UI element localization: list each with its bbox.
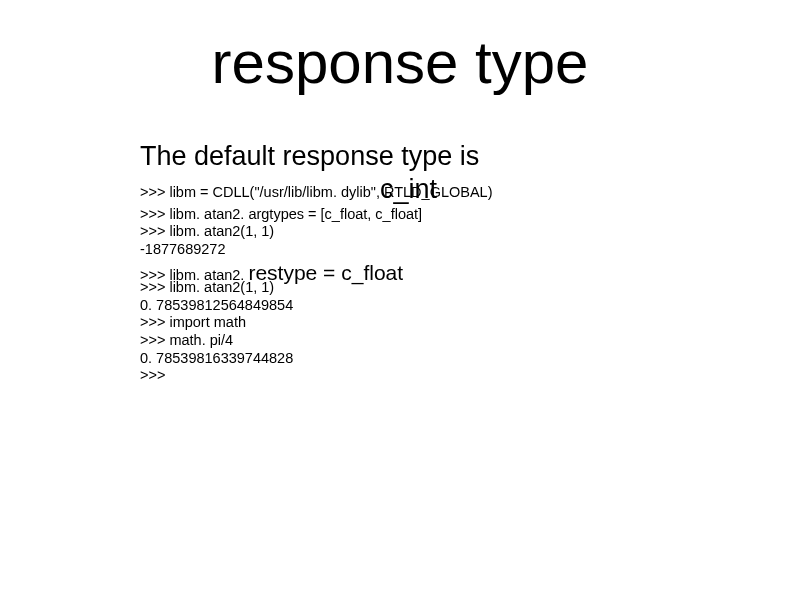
code-block-2: >>> libm. atan2(1, 1) 0. 785398125648498… (140, 279, 700, 385)
slide-title: response type (0, 28, 800, 97)
slide: response type The default response type … (0, 0, 800, 600)
overlap-line: >>> libm = CDLL("/usr/lib/libm. dylib", … (140, 174, 700, 212)
slide-body: The default response type is >>> libm = … (140, 140, 700, 385)
c-int-text: c_int (380, 174, 437, 205)
lead-text: The default response type is (140, 140, 700, 174)
code-line-cdll: >>> libm = CDLL("/usr/lib/libm. dylib", … (140, 184, 493, 200)
code-block-1: >>> libm. atan2. argtypes = [c_float, c_… (140, 206, 700, 259)
